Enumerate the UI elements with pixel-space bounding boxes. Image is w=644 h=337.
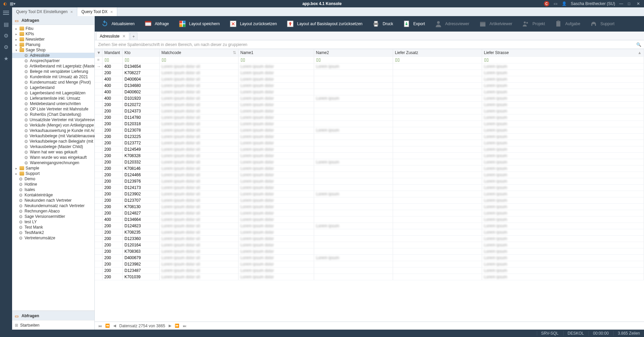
pager-nextpage[interactable]: ⏩ [175, 324, 179, 328]
column-header[interactable]: Liefer Strasse ▲ [482, 49, 644, 56]
tree-folder[interactable]: ▸Newsletter [12, 37, 94, 42]
tree-query-item[interactable]: ⚙Kundenliste mit Umsatz ab 2021 [12, 74, 94, 80]
table-row[interactable]: →400D134654Lorem ipsum dolor sitLorem ip… [95, 63, 644, 69]
table-row[interactable]: 200K708130Lorem ipsum dolor sitLorem ips… [95, 203, 644, 210]
pager-prev[interactable]: ◀ [113, 324, 116, 328]
expander-icon[interactable]: ▸ [14, 43, 18, 47]
tree-query-item[interactable]: ⚙Roherlös (Chart Darstellung) [12, 112, 94, 117]
rail-favorites-icon[interactable]: ★ [3, 55, 9, 62]
filter-cell[interactable]: ▯▯ [159, 56, 238, 63]
table-row[interactable]: 400D400602Lorem ipsum dolor sitLorem ips… [95, 89, 644, 95]
column-header[interactable]: Name2 [314, 49, 393, 56]
tree-query-item[interactable]: ⚙Verkäufe (Menge) von Artikelgruppe pro … [12, 123, 94, 128]
tree-query-item[interactable]: ⚙TestMank2 [12, 230, 94, 235]
filter-cell[interactable]: ▯▯ [102, 56, 122, 63]
tree-query-item[interactable]: ⚙Verkaufsbelege nach Belegjahr (mit Vari… [12, 139, 94, 144]
table-row[interactable]: 200D123078Lorem ipsum dolor sitLorem ips… [95, 127, 644, 133]
add-tab-button[interactable]: + [130, 33, 137, 40]
table-row[interactable]: 200D124827Lorem ipsum dolor sitLorem ips… [95, 210, 644, 216]
table-row[interactable]: 200D124466Lorem ipsum dolor sitLorem ips… [95, 172, 644, 178]
table-row[interactable]: 200K708328Lorem ipsum dolor sitLorem ips… [95, 152, 644, 159]
table-row[interactable]: 200K708146Lorem ipsum dolor sitLorem ips… [95, 165, 644, 172]
sidebar-tab-abfragen[interactable]: Abfragen [12, 311, 94, 320]
tab-querytool[interactable]: Query Tool DX✕ [77, 7, 117, 16]
data-grid[interactable]: ▼MandantKtoMatchcode ⇅Name1Name2Liefer Z… [95, 49, 644, 280]
hamburger-icon[interactable] [3, 9, 9, 16]
close-icon[interactable]: ✕ [122, 34, 126, 39]
table-row[interactable]: 200K701039Lorem ipsum dolor sitLorem ips… [95, 274, 644, 280]
tab-einstellungen[interactable]: Query Tool DX Einstellungen✕ [12, 7, 77, 16]
table-row[interactable]: 200D123772Lorem ipsum dolor sitLorem ips… [95, 140, 644, 146]
toolbar-query[interactable]: Abfrage [139, 16, 174, 32]
window-icon[interactable]: ▭ [553, 1, 558, 6]
toolbar-print[interactable]: Druck [367, 16, 398, 32]
tree-query-item[interactable]: ⚙Kontakteinträge [12, 192, 94, 198]
table-row[interactable]: 400D400604Lorem ipsum dolor sitLorem ips… [95, 76, 644, 82]
table-row[interactable]: 200D123360Lorem ipsum dolor sitLorem ips… [95, 235, 644, 242]
toolbar-layout-base[interactable]: Layout auf Basislayout zurücksetzen [282, 16, 367, 32]
table-row[interactable]: 200D123902Lorem ipsum dolor sitLorem ips… [95, 191, 644, 197]
tree-folder[interactable]: ▸Planung [12, 42, 94, 47]
pager-prevpage[interactable]: ⏪ [105, 324, 110, 328]
expander-icon[interactable]: ▸ [14, 38, 18, 41]
table-row[interactable]: 200D120272Lorem ipsum dolor sitLorem ips… [95, 101, 644, 108]
tree-query-item[interactable]: ⚙Wann wurde wo was eingekauft [12, 155, 94, 160]
tree-query-item[interactable]: ⚙Meldebestand unterschritten [12, 101, 94, 106]
tree-query-item[interactable]: ⚙Belege mit verspäteter Lieferung [12, 69, 94, 74]
tree-folder[interactable]: ▸Support [12, 171, 94, 176]
expander-icon[interactable]: ▸ [14, 166, 18, 170]
tree-query-item[interactable]: ⚙Wann hat wer was gekauft [12, 149, 94, 155]
tree-query-item[interactable]: ⚙Verkaufsbelege (mit Variablenauswahl) [12, 133, 94, 139]
sidebar-tab-startseiten[interactable]: ⊞Startseiten [12, 320, 94, 330]
table-row[interactable]: 200D123707Lorem ipsum dolor sitLorem ips… [95, 197, 644, 203]
pager-next[interactable]: ▶ [169, 324, 171, 328]
close-icon[interactable]: ✕ [70, 10, 73, 14]
toolbar-layout-save[interactable]: Layout speichern [174, 16, 224, 32]
table-row[interactable]: 200D123976Lorem ipsum dolor sitLorem ips… [95, 178, 644, 184]
tree-query-item[interactable]: ⚙Rechnungen Abaco [12, 208, 94, 214]
tree-query-item[interactable]: ⚙Vertreterumsätze [12, 235, 94, 241]
filter-cell[interactable]: ▯▯ [238, 56, 314, 63]
tree-query-item[interactable]: ⚙Ansprechpartner [12, 58, 94, 63]
column-header[interactable]: Matchcode ⇅ [159, 49, 238, 56]
notification-badge-icon[interactable]: C [544, 1, 549, 6]
column-header[interactable]: Kto [122, 49, 159, 56]
tree-query-item[interactable]: ⚙Lieferantenliste inkl. Umsatz [12, 96, 94, 101]
tree-query-item[interactable]: ⚙Lagerbestand [12, 85, 94, 90]
group-by-bar[interactable]: Ziehen Sie eine Spaltenüberschrift in di… [95, 40, 644, 49]
column-header[interactable]: Name1 [238, 49, 314, 56]
tree-query-item[interactable]: ⚙Artikelbestand mit Lagerplatz (Master C… [12, 63, 94, 69]
table-row[interactable]: 200D124549Lorem ipsum dolor sitLorem ips… [95, 146, 644, 152]
table-row[interactable]: 200D124823Lorem ipsum dolor sitLorem ips… [95, 223, 644, 229]
tree-folder[interactable]: ▾Sage Shop [12, 47, 94, 53]
table-row[interactable]: 400D134680Lorem ipsum dolor sitLorem ips… [95, 82, 644, 89]
tree-query-item[interactable]: ⚙Verkausbelege (Master Child) [12, 144, 94, 149]
maximize-button[interactable]: □ [628, 1, 633, 6]
tree-query-item[interactable]: ⚙test LY [12, 219, 94, 225]
result-tab-adressliste[interactable]: Adressliste✕ [96, 32, 129, 40]
column-header[interactable]: Liefer Zusatz [393, 49, 482, 56]
table-row[interactable]: 200D124173Lorem ipsum dolor sitLorem ips… [95, 184, 644, 191]
filter-cell[interactable]: ▯▯ [482, 56, 644, 63]
filter-cell[interactable]: ▯▯ [393, 56, 482, 63]
table-row[interactable]: 200D400679Lorem ipsum dolor sitLorem ips… [95, 254, 644, 261]
table-row[interactable]: 200K708363Lorem ipsum dolor sitLorem ips… [95, 248, 644, 254]
query-tree[interactable]: ▸Fibu▸KPIs▸Newsletter▸Planung▾Sage Shop⚙… [12, 25, 94, 310]
rail-dashboard-icon[interactable]: ▤ [3, 21, 9, 28]
toolbar-refresh[interactable]: Aktualisieren [96, 16, 139, 32]
filter-toggle-icon[interactable]: ▼ [95, 49, 102, 56]
filter-cell[interactable]: ▯▯ [122, 56, 159, 63]
filter-cell[interactable]: ▯▯ [314, 56, 393, 63]
tree-folder[interactable]: ▸Sample [12, 165, 94, 171]
close-button[interactable]: ✕ [637, 1, 641, 6]
tree-query-item[interactable]: ⚙Neukunden nach Vertreter [12, 198, 94, 203]
menu-dropdown-icon[interactable]: ▦▾ [10, 1, 15, 6]
tree-query-item[interactable]: ⚙OP Liste Vertreter mit Mahnstufe [12, 106, 94, 112]
table-row[interactable]: 400D134664Lorem ipsum dolor sitLorem ips… [95, 216, 644, 223]
table-row[interactable]: 200D120332Lorem ipsum dolor sitLorem ips… [95, 159, 644, 165]
tree-query-item[interactable]: ⚙Kundenumsatz und Menge (Pivot) [12, 80, 94, 85]
table-row[interactable]: 200D124373Lorem ipsum dolor sitLorem ips… [95, 108, 644, 114]
rail-settings2-icon[interactable]: ⚙ [3, 44, 9, 50]
tree-query-item[interactable]: ⚙Adressliste [12, 53, 94, 58]
minimize-button[interactable]: — [619, 1, 624, 6]
